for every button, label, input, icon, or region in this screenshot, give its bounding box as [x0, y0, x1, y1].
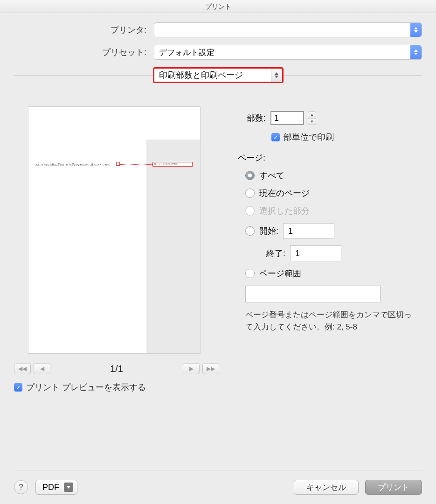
first-page-button[interactable]: ◀◀: [14, 363, 31, 374]
divider: [14, 75, 153, 76]
collate-label: 部単位で印刷: [284, 132, 334, 143]
radio-current-label: 現在のページ: [259, 188, 310, 199]
chevron-down-icon: [64, 483, 73, 492]
help-button[interactable]: ?: [14, 480, 28, 494]
show-preview-label: プリント プレビューを表示する: [26, 382, 146, 393]
preview-margin-area: [146, 140, 200, 353]
radio-all-label: すべて: [259, 170, 284, 181]
radio-selection-label: 選択した部分: [259, 205, 310, 217]
copies-input[interactable]: [270, 111, 304, 125]
section-value: 印刷部数と印刷ページ: [159, 70, 243, 81]
preview-redbox-icon: [116, 162, 120, 166]
window-titlebar: プリント: [0, 0, 436, 13]
left-icon: ◀: [40, 365, 44, 372]
updown-icon: [410, 45, 422, 59]
section-select[interactable]: 印刷部数と印刷ページ: [153, 67, 284, 83]
pdf-label: PDF: [42, 483, 59, 492]
preview-text-line: あしびきの山鳥の尾のしだり尾のながながし夜をひとりかも: [35, 163, 111, 167]
cancel-button[interactable]: キャンセル: [294, 480, 359, 495]
pages-label: ページ:: [238, 152, 422, 163]
pdf-menu-button[interactable]: PDF: [35, 480, 77, 495]
stepper-up-icon[interactable]: ▲: [308, 111, 316, 119]
last-page-button[interactable]: ▶▶: [202, 363, 219, 374]
collate-checkbox[interactable]: ✓: [271, 133, 280, 141]
radio-all[interactable]: [245, 171, 255, 180]
page-indicator: 1/1: [110, 364, 123, 374]
divider: [284, 75, 422, 76]
to-label: 終了:: [259, 248, 285, 259]
to-input[interactable]: [290, 245, 341, 261]
print-button[interactable]: プリント: [365, 480, 422, 495]
radio-range[interactable]: [245, 269, 255, 278]
updown-icon: [410, 23, 422, 37]
double-right-icon: ▶▶: [207, 365, 215, 372]
from-label: 開始:: [259, 225, 278, 237]
range-hint: ページ番号またはページ範囲をカンマで区切って入力してください。例: 2, 5-8: [238, 309, 422, 333]
help-icon: ?: [19, 483, 23, 492]
radio-from[interactable]: [245, 226, 255, 236]
range-label: ページ範囲: [259, 268, 301, 279]
copies-label: 部数:: [238, 112, 270, 124]
radio-selection: [245, 206, 255, 216]
from-input[interactable]: [283, 223, 334, 239]
window-title: プリント: [205, 3, 231, 10]
double-left-icon: ◀◀: [18, 365, 27, 372]
preview-page: あしびきの山鳥の尾のしだり尾のながながし夜をひとりかも コメントの追加 [岩村]…: [28, 106, 201, 354]
radio-current[interactable]: [245, 189, 255, 198]
preview-connector-line: [120, 164, 152, 165]
preset-select[interactable]: デフォルト設定: [154, 45, 422, 60]
printer-select[interactable]: [154, 22, 422, 37]
preset-label: プリセット:: [14, 47, 154, 58]
preview-comment-box: コメントの追加 [岩村]:: [152, 162, 193, 167]
printer-label: プリンタ:: [14, 24, 154, 35]
check-icon: ✓: [273, 134, 278, 141]
updown-icon: [271, 69, 282, 82]
next-page-button[interactable]: ▶: [183, 363, 200, 374]
divider: [14, 470, 422, 470]
copies-stepper[interactable]: ▲ ▼: [308, 111, 316, 125]
stepper-down-icon[interactable]: ▼: [308, 119, 316, 126]
show-preview-checkbox[interactable]: ✓: [14, 383, 22, 392]
right-icon: ▶: [189, 365, 194, 372]
preset-value: デフォルト設定: [159, 47, 215, 58]
prev-page-button[interactable]: ◀: [34, 363, 50, 374]
range-input[interactable]: [245, 286, 381, 302]
check-icon: ✓: [16, 384, 21, 391]
